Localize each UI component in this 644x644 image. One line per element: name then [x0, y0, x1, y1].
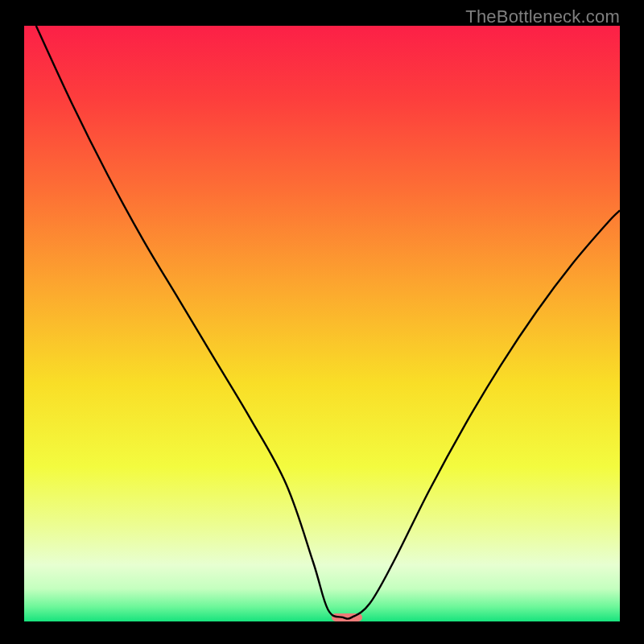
curve-layer [24, 26, 620, 621]
plot-area [24, 26, 620, 621]
bottleneck-curve [36, 26, 620, 619]
chart-frame: TheBottleneck.com [0, 0, 644, 644]
watermark-text: TheBottleneck.com [465, 6, 620, 27]
